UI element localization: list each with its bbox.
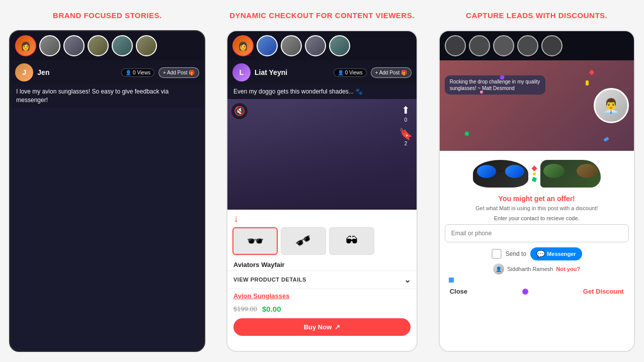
buy-now-button[interactable]: Buy Now ↗ [233, 318, 411, 336]
story-bubble-5[interactable] [112, 35, 133, 56]
mute-icon-2[interactable]: 🔇 [231, 103, 248, 119]
phone-header-1: J Jen 👤 0 Views + Add Post 🎁 [10, 60, 204, 84]
share-btn-2[interactable]: ⬆ 0 [401, 104, 410, 123]
story-bubble-3-5[interactable] [541, 35, 562, 56]
right-sidebar-2: ⬆ 0 🔖 2 [399, 104, 413, 146]
panel1: 👩 J Jen 👤 0 Views + Add Post 🎁 I love [0, 30, 215, 362]
story-bubble-1[interactable]: 👩 [15, 35, 36, 56]
stories-row-3 [440, 31, 634, 60]
sunglasses-blue [473, 160, 528, 188]
price-row: $199.00 $0.00 [227, 303, 417, 315]
blue-square-deco [449, 278, 454, 283]
story-bubble-3-2[interactable] [469, 35, 490, 56]
get-discount-button[interactable]: Get Discount [583, 288, 624, 295]
add-post-button-2[interactable]: + Add Post 🎁 [371, 67, 412, 78]
story-bubble-3-1[interactable] [445, 35, 466, 56]
story-bubble-3-3[interactable] [493, 35, 514, 56]
not-you-link[interactable]: Not you? [556, 266, 580, 272]
checkout-section: ↓ 🕶️ 🕶️ 🕶 Aviators Wayfair VIEW PRODUCT … [227, 210, 417, 351]
section2-header: DYNAMIC CHECKOUT FOR CONTENT VIEWERS. [215, 0, 430, 30]
view-details-btn[interactable]: VIEW PRODUCT DETAILS ⌄ [227, 270, 417, 289]
phone-mockup-1: 👩 J Jen 👤 0 Views + Add Post 🎁 I love [9, 30, 205, 352]
avatar-2: L [232, 63, 251, 81]
caption-1: I love my avion sunglasses! So easy to g… [10, 84, 204, 108]
send-to-row: Send to 💬 Messenger [492, 247, 582, 260]
messenger-icon: 💬 [536, 250, 545, 258]
offer-title: You might get an offer! [499, 195, 575, 203]
product-title-2: Aviators Wayfair [227, 259, 417, 270]
story-bubble-2-4[interactable] [305, 35, 326, 56]
video-bg-2 [227, 99, 417, 210]
sunglasses-green [540, 160, 601, 188]
product-link[interactable]: Avion Sunglasses [227, 289, 417, 303]
story-bubble-2-1[interactable]: 👩 [232, 35, 254, 56]
phone-mockup-2: 👩 L Liat Yeyni 👤 0 Views + Add Post 🎁 [226, 30, 418, 352]
user-row: 👤 Siddharth Ramesh Not you? [493, 263, 580, 275]
product-images-row: 🕶️ 🕶️ 🕶 [227, 227, 417, 259]
caption-2: Even my doggo gets this wonderful shades… [227, 84, 417, 99]
phone-top-dark-3: 👨‍💼 Rocking the drop challenge in my qua… [440, 31, 634, 151]
views-badge-2: 👤 0 Views [334, 68, 367, 77]
email-input[interactable] [445, 224, 629, 242]
offer-desc: Get what Matt is using in this post with… [475, 205, 598, 212]
price-original: $199.00 [233, 305, 257, 313]
confetti-middle [532, 166, 536, 182]
username-2: Liat Yeyni [255, 68, 330, 76]
close-button[interactable]: Close [450, 288, 467, 295]
section1-header: BRAND FOCUSED STORIES. [0, 0, 215, 30]
story-bubble-2-3[interactable] [281, 35, 302, 56]
panel3: 👨‍💼 Rocking the drop challenge in my qua… [429, 30, 644, 362]
avatar-1: J [15, 63, 33, 81]
price-current: $0.00 [262, 305, 281, 313]
username-1: Jen [37, 68, 117, 76]
section3-header: CAPTURE LEADS WITH DISCOUNTS. [429, 0, 644, 30]
bookmark-icon-2: 🔖 [399, 128, 413, 141]
story-bubble-2-2[interactable] [257, 35, 278, 56]
confetti-5 [480, 90, 483, 94]
send-to-label: Send to [506, 250, 526, 257]
panel2: 👩 L Liat Yeyni 👤 0 Views + Add Post 🎁 [215, 30, 430, 362]
top-bar: BRAND FOCUSED STORIES. DYNAMIC CHECKOUT … [0, 0, 644, 30]
contact-prompt: Enter your contact to recieve code. [494, 215, 580, 221]
sunglasses-display [445, 156, 629, 192]
phone-top-dark-2: 👩 L Liat Yeyni 👤 0 Views + Add Post 🎁 [227, 31, 417, 210]
story-bubble-2[interactable] [39, 35, 60, 56]
story-bubble-2-5[interactable] [329, 35, 350, 56]
product-img-box-3[interactable]: 🕶 [329, 227, 374, 255]
stories-row-1: 👩 [10, 31, 204, 60]
confetti-2 [586, 80, 589, 85]
bottom-action-row: Close Get Discount [445, 283, 629, 295]
figure2 [227, 99, 417, 210]
send-to-checkbox[interactable] [492, 249, 502, 259]
product-img-box-2[interactable]: 🕶️ [281, 227, 326, 255]
story-bubble-6[interactable] [136, 35, 157, 56]
arrow-down-icon: ↓ [227, 210, 417, 227]
confetti-purple [522, 289, 528, 295]
stories-row-2: 👩 [227, 31, 417, 60]
phone-mockup-3: 👨‍💼 Rocking the drop challenge in my qua… [439, 30, 635, 352]
caption-bubble-3: Rocking the drop challenge in my quality… [445, 75, 545, 95]
product-img-box-1[interactable]: 🕶️ [232, 227, 278, 255]
messenger-button[interactable]: 💬 Messenger [530, 247, 582, 260]
views-badge-1: 👤 0 Views [121, 68, 154, 77]
add-post-button-1[interactable]: + Add Post 🎁 [158, 67, 199, 78]
chevron-down-icon: ⌄ [404, 275, 411, 285]
user-avatar-sm: 👤 [493, 263, 504, 275]
user-icon-1: 👤 [125, 70, 131, 75]
video-area-2: 🔇 ⬆ 0 🔖 2 [227, 99, 417, 210]
external-link-icon: ↗ [335, 323, 340, 331]
story-bubble-3[interactable] [63, 35, 85, 56]
phone-header-2: L Liat Yeyni 👤 0 Views + Add Post 🎁 [227, 60, 417, 84]
video-area-3: 👨‍💼 Rocking the drop challenge in my qua… [440, 60, 634, 151]
avatar-3-lg: 👨‍💼 [594, 88, 629, 123]
story-bubble-3-4[interactable] [517, 35, 538, 56]
story-bubble-4[interactable] [88, 35, 109, 56]
user-name-label: Siddharth Ramesh [507, 266, 553, 272]
bookmark-btn-2[interactable]: 🔖 2 [399, 128, 413, 146]
lead-section: You might get an offer! Get what Matt is… [440, 151, 634, 351]
